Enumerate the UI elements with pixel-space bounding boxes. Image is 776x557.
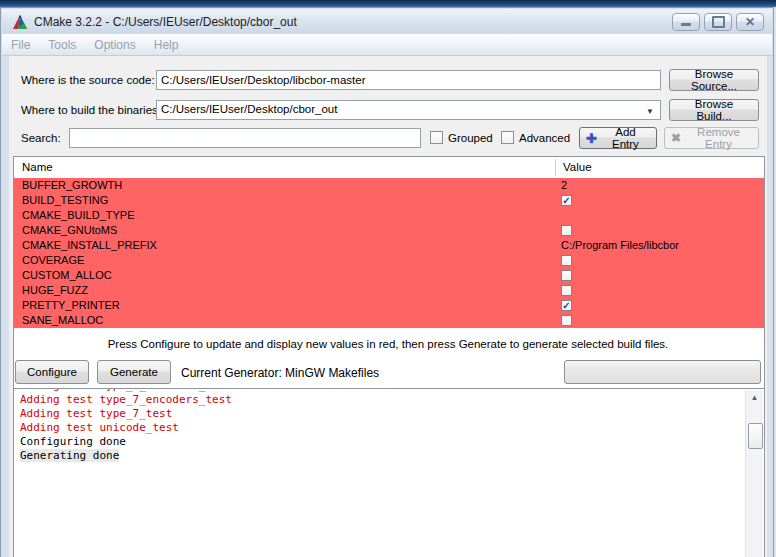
cache-entry-value[interactable] [555,313,764,328]
menu-item-tools[interactable]: Tools [39,38,85,52]
scroll-down-icon[interactable]: ▼ [747,552,762,557]
minimize-button[interactable] [672,13,700,31]
log-scrollbar[interactable]: ▲ ▼ [745,390,763,557]
log-line: Generating done [20,449,744,463]
cache-entry-name[interactable]: CMAKE_BUILD_TYPE [14,208,555,223]
close-button[interactable]: ✕ [736,13,764,31]
build-path-combobox[interactable]: C:/Users/IEUser/Desktop/cbor_out ▼ [156,100,661,120]
generate-button[interactable]: Generate [97,360,171,384]
titlebar: CMake 3.2.2 - C:/Users/IEUser/Desktop/cb… [2,9,772,34]
background-window-strip [0,0,776,7]
grouped-checkbox[interactable] [430,131,443,144]
log-line: Configuring done [20,435,744,449]
menu-item-help[interactable]: Help [145,38,188,52]
maximize-button[interactable] [704,13,732,31]
cache-entry-value[interactable] [555,208,764,223]
progress-bar [564,360,761,384]
cache-entry-value[interactable]: ✓ [555,298,764,313]
cache-entry-value[interactable]: 2 [555,178,764,193]
add-entry-label: Add Entry [601,126,650,150]
browse-build-button[interactable]: Browse Build... [669,99,759,121]
log-line: Adding test type_7_test [20,407,744,421]
cache-entry-name[interactable]: COVERAGE [14,253,555,268]
cache-entry-name[interactable]: BUILD_TESTING [14,193,555,208]
x-icon: ✖ [671,133,681,144]
cache-entry-name[interactable]: HUGE_FUZZ [14,283,555,298]
cache-entry-value[interactable]: ✓ [555,193,764,208]
cache-entry-value[interactable] [555,253,764,268]
table-row[interactable]: CUSTOM_ALLOC [14,268,764,283]
cache-entry-name[interactable]: CMAKE_INSTALL_PREFIX [14,238,555,253]
table-row[interactable]: SANE_MALLOC [14,313,764,328]
log-lines: Adding test type_7_decoders_testAdding t… [20,389,744,463]
cache-entry-name[interactable]: SANE_MALLOC [14,313,555,328]
remove-entry-label: Remove Entry [685,126,752,150]
menubar: FileToolsOptionsHelp [2,34,772,56]
menu-item-file[interactable]: File [2,38,39,52]
scrollbar-thumb[interactable] [748,423,763,449]
menu-item-options[interactable]: Options [85,38,144,52]
log-line-text: Generating done [20,449,119,462]
cmake-logo-icon [12,14,28,30]
output-log[interactable]: Adding test type_7_decoders_testAdding t… [13,388,765,557]
table-header: Name Value [14,157,764,179]
column-header-name[interactable]: Name [14,157,53,178]
cmake-window: CMake 3.2.2 - C:/Users/IEUser/Desktop/cb… [0,7,774,557]
value-checkbox-unchecked[interactable] [561,225,572,236]
source-path-input[interactable] [156,70,661,90]
build-path-value: C:/Users/IEUser/Desktop/cbor_out [161,103,337,115]
cache-entry-name[interactable]: CUSTOM_ALLOC [14,268,555,283]
cache-entry-value[interactable]: C:/Program Files/libcbor [555,238,764,253]
build-binaries-label: Where to build the binaries: [21,104,161,116]
table-row[interactable]: BUFFER_GROWTH2 [14,178,764,193]
table-row[interactable]: PRETTY_PRINTER✓ [14,298,764,313]
table-row[interactable]: COVERAGE [14,253,764,268]
table-row[interactable]: CMAKE_INSTALL_PREFIXC:/Program Files/lib… [14,238,764,253]
value-checkbox-checked[interactable]: ✓ [561,195,572,206]
chevron-down-icon[interactable]: ▼ [646,107,654,116]
value-checkbox-checked[interactable]: ✓ [561,300,572,311]
cache-entry-name[interactable]: BUFFER_GROWTH [14,178,555,193]
table-row[interactable]: HUGE_FUZZ [14,283,764,298]
plus-icon: ✚ [586,133,597,144]
source-code-label: Where is the source code: [21,74,155,86]
log-line-text: Adding test type_7_decoders_test [20,389,232,392]
log-line-text: Adding test type_7_test [20,407,172,420]
configure-button[interactable]: Configure [15,360,89,384]
table-row[interactable]: CMAKE_GNUtoMS [14,223,764,238]
cache-entry-value[interactable] [555,223,764,238]
maximize-icon [712,16,725,28]
grouped-label[interactable]: Grouped [448,132,493,144]
minimize-icon [681,23,691,26]
cache-entry-value[interactable] [555,283,764,298]
check-icon: ✓ [562,196,571,205]
table-rows: BUFFER_GROWTH2BUILD_TESTING✓CMAKE_BUILD_… [14,178,764,328]
log-line-text: Adding test unicode_test [20,421,179,434]
cache-entry-name[interactable]: CMAKE_GNUtoMS [14,223,555,238]
log-line: Adding test unicode_test [20,421,744,435]
advanced-checkbox[interactable] [501,131,514,144]
browse-source-button[interactable]: Browse Source... [669,69,759,91]
screen: CMake 3.2.2 - C:/Users/IEUser/Desktop/cb… [0,0,776,557]
remove-entry-button[interactable]: ✖Remove Entry [664,127,759,149]
value-checkbox-unchecked[interactable] [561,270,572,281]
close-icon: ✕ [745,16,755,28]
add-entry-button[interactable]: ✚Add Entry [579,127,657,149]
cache-entry-name[interactable]: PRETTY_PRINTER [14,298,555,313]
table-row[interactable]: CMAKE_BUILD_TYPE [14,208,764,223]
value-checkbox-unchecked[interactable] [561,315,572,326]
log-line-text: Configuring done [20,435,126,448]
value-checkbox-unchecked[interactable] [561,255,572,266]
current-generator-label: Current Generator: MinGW Makefiles [181,366,379,380]
window-title: CMake 3.2.2 - C:/Users/IEUser/Desktop/cb… [34,15,672,29]
client-area: Where is the source code: Browse Source.… [9,56,767,557]
advanced-label[interactable]: Advanced [519,132,570,144]
value-checkbox-unchecked[interactable] [561,285,572,296]
scroll-up-icon[interactable]: ▲ [747,390,762,405]
window-controls: ✕ [672,13,764,31]
cache-entry-value[interactable] [555,268,764,283]
table-row[interactable]: BUILD_TESTING✓ [14,193,764,208]
column-divider[interactable] [555,159,556,176]
search-input[interactable] [69,128,421,148]
column-header-value[interactable]: Value [555,157,592,178]
